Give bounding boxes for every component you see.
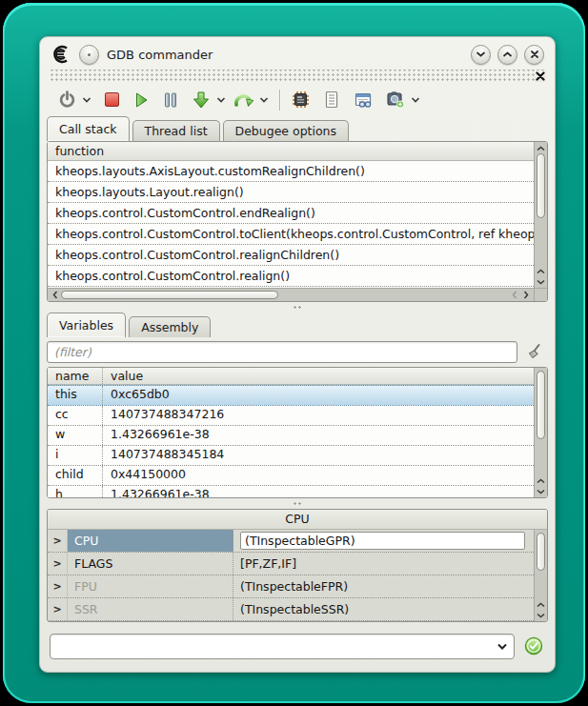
close-button[interactable]	[524, 45, 544, 65]
titlebar: GDB commander	[40, 40, 555, 69]
variable-name: this	[48, 386, 102, 405]
cpu-inspector-title: CPU	[48, 510, 547, 530]
scroll-down-icon[interactable]	[536, 610, 547, 620]
variables-header: name value	[48, 368, 534, 385]
expand-arrow-icon[interactable]: >	[48, 530, 68, 552]
cpu-row-value: (TInspectableFPR)	[233, 575, 534, 597]
variable-row[interactable]: i 140737488345184	[48, 446, 534, 466]
call-stack-row[interactable]: kheops.control.CustomControl.realign()	[48, 266, 534, 287]
variable-row[interactable]: child 0x44150000	[48, 466, 534, 486]
call-stack-row[interactable]: kheops.layouts.Layout.realign()	[48, 182, 534, 203]
cpu-value-editor[interactable]	[240, 532, 525, 550]
variable-row[interactable]: this 0xc65db0	[48, 385, 534, 406]
window-controls	[471, 45, 544, 65]
dock-close-x-icon	[536, 71, 545, 81]
variables-table: name value this 0xc65db0 cc 140737488347…	[48, 368, 534, 497]
upper-tab-bar: Call stack Thread list Debugee options	[40, 116, 555, 141]
call-stack-hscrollbar[interactable]	[48, 288, 534, 301]
pause-icon	[163, 91, 178, 109]
step-over-dropdown[interactable]	[256, 88, 272, 112]
dock-menu-button[interactable]	[79, 45, 99, 65]
splitter-grip-icon	[293, 502, 302, 505]
filter-input[interactable]	[47, 341, 517, 363]
step-into-button[interactable]	[189, 88, 213, 112]
expand-arrow-icon[interactable]: >	[48, 553, 68, 575]
run-button[interactable]	[130, 88, 152, 112]
tab-label: Call stack	[59, 122, 117, 136]
vscroll-thumb[interactable]	[537, 371, 545, 439]
panel-splitter[interactable]	[40, 302, 555, 313]
chevron-down-icon	[411, 96, 420, 104]
call-stack-row[interactable]: kheops.control.CustomControl.realignChil…	[48, 245, 534, 266]
watches-button[interactable]	[351, 88, 375, 112]
cpu-row-label: FPU	[68, 575, 233, 597]
variable-row[interactable]: h 1.43266961e-38	[48, 486, 534, 497]
variable-row[interactable]: cc 140737488347216	[48, 406, 534, 426]
cpu-vscrollbar[interactable]	[534, 530, 547, 621]
call-stack-row[interactable]: kheops.control.CustomControl.endRealign(…	[48, 203, 534, 224]
scroll-up-icon[interactable]	[536, 266, 547, 276]
scroll-left-icon[interactable]	[509, 290, 520, 300]
column-header-value[interactable]: value	[102, 368, 534, 384]
step-into-dropdown[interactable]	[213, 88, 229, 112]
scroll-down-icon[interactable]	[536, 276, 547, 287]
dock-drag-handle[interactable]	[49, 70, 546, 83]
scroll-up-icon[interactable]	[536, 599, 547, 610]
disassembly-button[interactable]	[289, 88, 313, 112]
panel-splitter[interactable]	[40, 498, 555, 509]
variable-row[interactable]: w 1.43266961e-38	[48, 426, 534, 446]
cpu-inspector: CPU > CPU > FLAGS [PF,ZF,IF]	[47, 509, 548, 622]
step-over-button[interactable]	[231, 88, 256, 112]
tab-assembly[interactable]: Assembly	[129, 316, 211, 337]
variable-name: i	[48, 446, 102, 465]
tab-variables[interactable]: Variables	[47, 313, 126, 337]
power-dropdown[interactable]	[79, 88, 94, 112]
power-button[interactable]	[55, 88, 79, 112]
tab-thread-list[interactable]: Thread list	[132, 120, 220, 141]
cpu-row[interactable]: > FLAGS [PF,ZF,IF]	[48, 553, 534, 575]
expand-arrow-icon[interactable]: >	[48, 575, 68, 597]
debug-output-button[interactable]	[320, 88, 343, 112]
clear-filter-button[interactable]	[523, 341, 546, 364]
call-stack-vscrollbar[interactable]	[534, 142, 547, 288]
close-icon	[530, 50, 539, 59]
scroll-up-icon[interactable]	[536, 143, 547, 153]
desktop-frame: GDB commander	[3, 3, 585, 703]
hscroll-thumb[interactable]	[61, 291, 278, 299]
pause-button[interactable]	[160, 88, 181, 112]
column-header-name[interactable]: name	[48, 368, 102, 384]
combo-chevron-down-icon[interactable]	[497, 642, 508, 651]
scroll-left-icon[interactable]	[50, 290, 61, 300]
expand-arrow-icon[interactable]: >	[48, 598, 68, 620]
call-stack-row[interactable]: kheops.layouts.AxisLayout.customRealignC…	[48, 161, 534, 182]
cpu-rows: > CPU > FLAGS [PF,ZF,IF] > FPU	[48, 530, 534, 621]
inspector-button[interactable]	[383, 88, 408, 112]
inspector-dropdown[interactable]	[408, 88, 423, 112]
scroll-up-icon[interactable]	[536, 475, 547, 486]
cpu-row-value: [PF,ZF,IF]	[233, 553, 534, 575]
call-stack-row[interactable]: kheops.control.CustomControl.toClient(kh…	[48, 224, 534, 245]
scroll-right-icon[interactable]	[520, 290, 532, 300]
gdb-commander-window: GDB commander	[39, 36, 556, 673]
minimize-button[interactable]	[471, 45, 491, 65]
tab-call-stack[interactable]: Call stack	[47, 116, 130, 141]
step-over-icon	[233, 91, 253, 110]
scroll-down-icon[interactable]	[536, 486, 547, 496]
stop-button[interactable]	[102, 88, 122, 112]
maximize-button[interactable]	[497, 45, 517, 65]
gdb-command-combobox[interactable]	[50, 634, 515, 659]
cpu-row[interactable]: > CPU	[48, 530, 534, 553]
send-command-button[interactable]	[522, 635, 545, 657]
cpu-row[interactable]: > SSR (TInspectableSSR)	[48, 598, 534, 621]
variables-vscrollbar[interactable]	[534, 368, 547, 497]
vscroll-thumb[interactable]	[537, 153, 545, 218]
dock-close-button[interactable]	[535, 71, 546, 82]
gdb-command-input[interactable]	[56, 639, 497, 654]
cpu-row[interactable]: > FPU (TInspectableFPR)	[48, 575, 534, 598]
variable-value: 140737488345184	[102, 446, 534, 465]
tab-debugee-options[interactable]: Debugee options	[223, 120, 350, 141]
vscroll-thumb[interactable]	[537, 533, 545, 571]
tab-label: Debugee options	[235, 124, 337, 138]
stop-icon	[105, 92, 119, 107]
chip-icon	[292, 91, 310, 109]
